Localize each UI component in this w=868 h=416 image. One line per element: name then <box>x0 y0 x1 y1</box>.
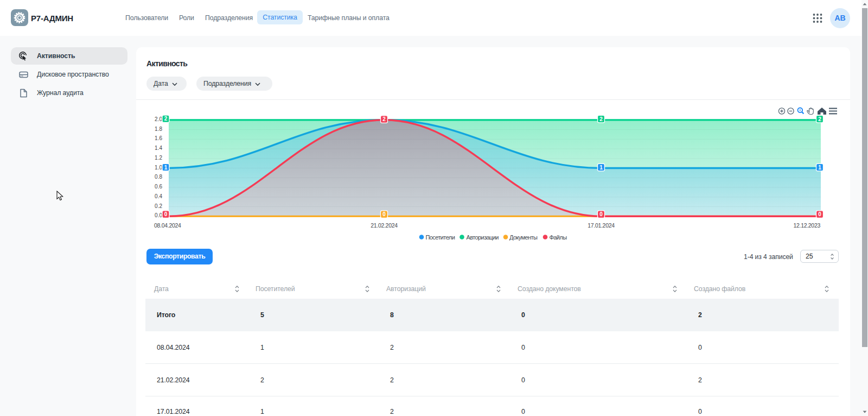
svg-text:21.02.2024: 21.02.2024 <box>371 222 398 229</box>
svg-text:1.8: 1.8 <box>155 126 162 132</box>
svg-text:2.0: 2.0 <box>155 116 162 122</box>
svg-text:1.0: 1.0 <box>155 165 162 171</box>
svg-text:Посетители: Посетители <box>426 234 455 241</box>
svg-text:1.6: 1.6 <box>155 135 162 141</box>
svg-text:0: 0 <box>164 211 168 217</box>
svg-text:2: 2 <box>818 116 821 122</box>
svg-text:0: 0 <box>818 211 821 217</box>
svg-text:2: 2 <box>382 116 386 122</box>
svg-text:17.01.2024: 17.01.2024 <box>588 222 615 229</box>
svg-text:1: 1 <box>818 165 821 171</box>
svg-text:1.2: 1.2 <box>155 155 162 161</box>
svg-text:0: 0 <box>382 211 386 217</box>
svg-text:1: 1 <box>164 165 168 171</box>
svg-text:Документы: Документы <box>509 234 538 241</box>
svg-text:1.4: 1.4 <box>155 145 162 151</box>
svg-text:0.4: 0.4 <box>155 193 162 199</box>
svg-text:2: 2 <box>599 116 603 122</box>
svg-text:12.12.2023: 12.12.2023 <box>793 222 820 229</box>
svg-text:Авторизации: Авторизации <box>467 234 499 241</box>
svg-text:Файлы: Файлы <box>550 234 567 241</box>
svg-text:0.6: 0.6 <box>155 184 162 190</box>
svg-text:0.0: 0.0 <box>155 212 162 218</box>
svg-text:0.2: 0.2 <box>155 203 162 209</box>
svg-text:08.04.2024: 08.04.2024 <box>154 222 181 229</box>
svg-text:1: 1 <box>599 165 603 171</box>
svg-text:2: 2 <box>164 116 168 122</box>
svg-text:0.8: 0.8 <box>155 174 162 180</box>
svg-text:0: 0 <box>599 211 603 217</box>
